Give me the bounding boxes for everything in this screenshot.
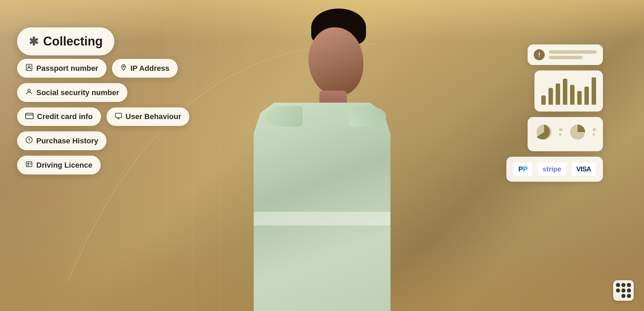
history-icon (25, 136, 33, 145)
woman-dress (254, 103, 391, 311)
alert-icon: ! (534, 49, 545, 60)
woman-head (308, 27, 363, 96)
tag-ssn: Social security number (17, 83, 127, 102)
pie-lines-1 (559, 128, 563, 136)
bar (563, 79, 567, 105)
dot (621, 283, 626, 287)
bar (541, 95, 546, 105)
loader-icon: ✱ (29, 35, 38, 48)
pie-lines-2 (593, 128, 596, 136)
dot (621, 288, 626, 293)
tags-row-4: Purchase History (17, 131, 189, 150)
passport-label: Passport number (36, 64, 98, 73)
paypal-logo: PP (513, 162, 533, 176)
right-cards: ! (506, 44, 603, 182)
bar (584, 87, 589, 105)
svg-rect-10 (26, 162, 32, 167)
dot (627, 283, 631, 287)
woman-shoulder-right (349, 106, 386, 127)
brand-logo (613, 280, 634, 301)
tags-row-2: Social security number (17, 83, 189, 102)
dot (616, 283, 620, 287)
pie-row (534, 122, 596, 142)
purchase-history-label: Purchase History (36, 137, 98, 145)
woman-shoulder-left (265, 106, 303, 127)
card-icon (25, 113, 34, 121)
visa-logo: VISA (571, 162, 596, 176)
collecting-badge: ✱ Collecting (17, 27, 114, 55)
bar (570, 85, 574, 105)
ip-address-label: IP Address (130, 64, 169, 73)
tag-user-behaviour: User Behaviour (106, 107, 190, 126)
tag-credit-card: Credit card info (17, 107, 101, 126)
svg-point-3 (28, 89, 30, 92)
svg-rect-6 (115, 113, 121, 117)
id-icon (25, 160, 33, 170)
left-overlay: ✱ Collecting Passport number (17, 27, 189, 174)
scene: ✱ Collecting Passport number (0, 0, 644, 311)
dot-empty (616, 294, 620, 298)
tags-row-5: Driving Licence (17, 156, 189, 174)
dot (627, 288, 631, 293)
credit-card-label: Credit card info (37, 112, 93, 121)
tag-purchase-history: Purchase History (17, 131, 106, 150)
alert-line-1 (549, 50, 597, 54)
dot (621, 294, 626, 298)
stripe-logo: stripe (537, 162, 567, 176)
monitor-icon (115, 113, 122, 121)
dot (627, 294, 631, 298)
tag-passport: Passport number (17, 59, 106, 78)
bar (556, 83, 560, 105)
pie-chart-1 (534, 122, 554, 142)
bar (592, 77, 596, 105)
payment-card: PP stripe VISA (506, 157, 603, 182)
dot (616, 288, 620, 293)
tags-row-3: Credit card info User Behaviour (17, 107, 189, 126)
pie-line (559, 128, 563, 131)
ssn-label: Social security number (36, 88, 119, 97)
pie-chart-card (528, 117, 603, 151)
driving-licence-label: Driving Licence (36, 161, 92, 170)
tag-ip-address: IP Address (112, 59, 178, 78)
tags-row-1: Passport number IP Address (17, 59, 189, 78)
pie-chart-2 (568, 122, 587, 142)
tag-driving-licence: Driving Licence (17, 156, 101, 174)
user-behaviour-label: User Behaviour (126, 112, 181, 121)
person-icon (25, 88, 33, 97)
pie-line (593, 128, 596, 131)
brand-dots (616, 283, 631, 298)
woman-figure (233, 0, 411, 311)
alert-card: ! (528, 44, 603, 65)
bar-chart (541, 77, 596, 105)
collecting-label: Collecting (43, 34, 103, 49)
alert-lines (549, 50, 597, 59)
passport-icon (25, 64, 33, 73)
svg-point-2 (123, 66, 124, 67)
bar (548, 88, 553, 105)
svg-point-11 (27, 163, 29, 164)
bar-chart-card (534, 70, 603, 112)
location-icon (120, 64, 127, 73)
pie-line (593, 133, 595, 136)
svg-rect-4 (26, 113, 33, 119)
pie-line (559, 133, 561, 136)
bar (577, 91, 582, 105)
alert-line-2 (549, 56, 582, 59)
